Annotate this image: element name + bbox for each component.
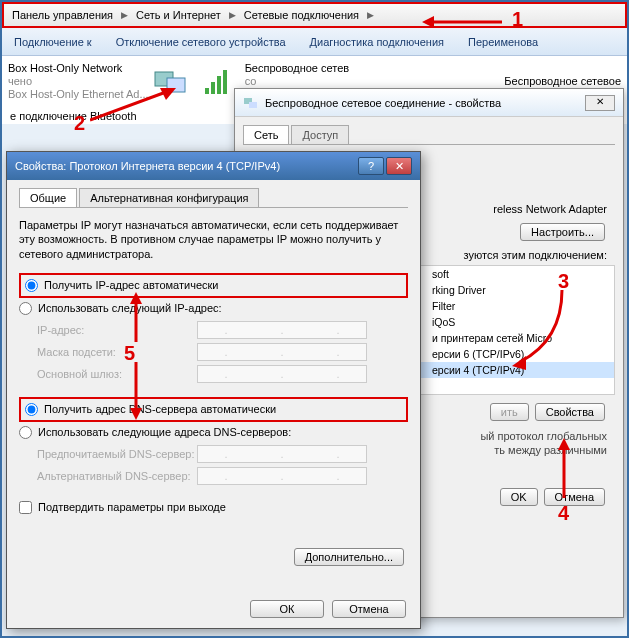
svg-rect-5 [223, 70, 227, 94]
radio-ip-manual[interactable]: Использовать следующий IP-адрес: [19, 300, 408, 317]
description-text: Параметры IP могут назначаться автоматич… [19, 218, 408, 261]
help-button[interactable]: ? [358, 157, 384, 175]
breadcrumb-bar[interactable]: Панель управления ▶ Сеть и Интернет ▶ Се… [2, 2, 627, 28]
toolbar-connect[interactable]: Подключение к [2, 36, 104, 48]
components-list[interactable]: soft rking Driver Filter iQoS и принтера… [413, 265, 615, 395]
confirm-checkbox[interactable] [19, 501, 32, 514]
list-item-ipv4[interactable]: ерсии 4 (TCP/IPv4) [414, 362, 614, 378]
toolbar-diagnose[interactable]: Диагностика подключения [298, 36, 456, 48]
ipv4-properties-dialog: Свойства: Протокол Интернета версии 4 (T… [6, 151, 421, 629]
tab-bar: Сеть Доступ [243, 125, 615, 145]
radio-input[interactable] [19, 302, 32, 315]
chevron-right-icon: ▶ [117, 10, 132, 20]
list-item[interactable]: Filter [414, 298, 614, 314]
radio-ip-auto[interactable]: Получить IP-адрес автоматически [19, 273, 408, 298]
annotation-number-5: 5 [124, 342, 135, 365]
configure-button[interactable]: Настроить... [520, 223, 605, 241]
breadcrumb-item[interactable]: Сеть и Интернет [132, 9, 225, 21]
radio-label: Использовать следующий IP-адрес: [38, 302, 222, 314]
cancel-button[interactable]: Отмена [332, 600, 406, 618]
breadcrumb-item[interactable]: Сетевые подключения [240, 9, 363, 21]
help-icon: ? [368, 160, 374, 172]
cancel-button[interactable]: Отмена [544, 488, 605, 506]
svg-rect-1 [167, 78, 185, 92]
dialog-title: Свойства: Протокол Интернета версии 4 (T… [15, 160, 280, 172]
ip-address-input: ... [197, 321, 367, 339]
gateway-label: Основной шлюз: [37, 368, 197, 380]
chevron-right-icon: ▶ [363, 10, 378, 20]
radio-input[interactable] [19, 426, 32, 439]
radio-label: Получить адрес DNS-сервера автоматически [44, 403, 276, 415]
chevron-right-icon: ▶ [225, 10, 240, 20]
radio-input[interactable] [25, 279, 38, 292]
svg-rect-3 [211, 82, 215, 94]
breadcrumb-item[interactable]: Панель управления [8, 9, 117, 21]
tab-access[interactable]: Доступ [291, 125, 349, 144]
subnet-mask-label: Маска подсети: [37, 346, 197, 358]
network-icon [243, 95, 259, 111]
close-button[interactable]: ✕ [386, 157, 412, 175]
connection-adapter: Box Host-Only Ethernet Ad... [8, 88, 149, 101]
connection-status: со [245, 75, 350, 88]
toolbar-rename[interactable]: Переименова [456, 36, 550, 48]
svg-rect-4 [217, 76, 221, 94]
dns-alt-input: ... [197, 467, 367, 485]
close-button[interactable]: ✕ [585, 95, 615, 111]
list-item[interactable]: ерсии 6 (TCP/IPv6) [414, 346, 614, 362]
connection-status: чено [8, 75, 149, 88]
radio-label: Использовать следующие адреса DNS-сервер… [38, 426, 291, 438]
svg-rect-2 [205, 88, 209, 94]
advanced-button[interactable]: Дополнительно... [294, 548, 404, 566]
annotation-number-2: 2 [74, 112, 85, 135]
radio-dns-manual[interactable]: Использовать следующие адреса DNS-сервер… [19, 424, 408, 441]
network-icon [153, 66, 193, 98]
toolbar-disable[interactable]: Отключение сетевого устройства [104, 36, 298, 48]
install-button[interactable]: ить [490, 403, 529, 421]
list-item[interactable]: и принтерам сетей Micro [414, 330, 614, 346]
annotation-number-3: 3 [558, 270, 569, 293]
annotation-number-4: 4 [558, 502, 569, 525]
connection-name: Box Host-Only Network [8, 62, 149, 75]
ok-button[interactable]: OK [500, 488, 538, 506]
tab-network[interactable]: Сеть [243, 125, 289, 144]
toolbar: Подключение к Отключение сетевого устрой… [2, 28, 627, 56]
connection-item[interactable]: Box Host-Only Network чено Box Host-Only… [8, 62, 193, 102]
dialog-title: Беспроводное сетевое соединение - свойст… [265, 97, 501, 109]
tab-alternative[interactable]: Альтернативная конфигурация [79, 188, 259, 207]
dialog-titlebar[interactable]: Беспроводное сетевое соединение - свойст… [235, 89, 623, 117]
dialog-titlebar[interactable]: Свойства: Протокол Интернета версии 4 (T… [7, 152, 420, 180]
confirm-checkbox-row[interactable]: Подтвердить параметры при выходе [19, 501, 408, 514]
list-item[interactable]: iQoS [414, 314, 614, 330]
ok-button[interactable]: ОК [250, 600, 324, 618]
connection-name: Беспроводное сетев [245, 62, 350, 75]
dns-alt-label: Альтернативный DNS-сервер: [37, 470, 197, 482]
dns-primary-input: ... [197, 445, 367, 463]
svg-rect-7 [249, 102, 257, 108]
gateway-input: ... [197, 365, 367, 383]
checkbox-label: Подтвердить параметры при выходе [38, 501, 226, 513]
subnet-mask-input: ... [197, 343, 367, 361]
dns-primary-label: Предпочитаемый DNS-сервер: [37, 448, 197, 460]
radio-dns-auto[interactable]: Получить адрес DNS-сервера автоматически [19, 397, 408, 422]
radio-label: Получить IP-адрес автоматически [44, 279, 218, 291]
connection-name: Беспроводное сетевое [504, 75, 621, 88]
tab-bar: Общие Альтернативная конфигурация [19, 188, 408, 208]
radio-input[interactable] [25, 403, 38, 416]
list-item[interactable]: rking Driver [414, 282, 614, 298]
annotation-number-1: 1 [512, 8, 523, 31]
ip-address-label: IP-адрес: [37, 324, 197, 336]
tab-general[interactable]: Общие [19, 188, 77, 207]
list-item[interactable]: soft [414, 266, 614, 282]
properties-button[interactable]: Свойства [535, 403, 605, 421]
close-icon: ✕ [395, 160, 404, 173]
